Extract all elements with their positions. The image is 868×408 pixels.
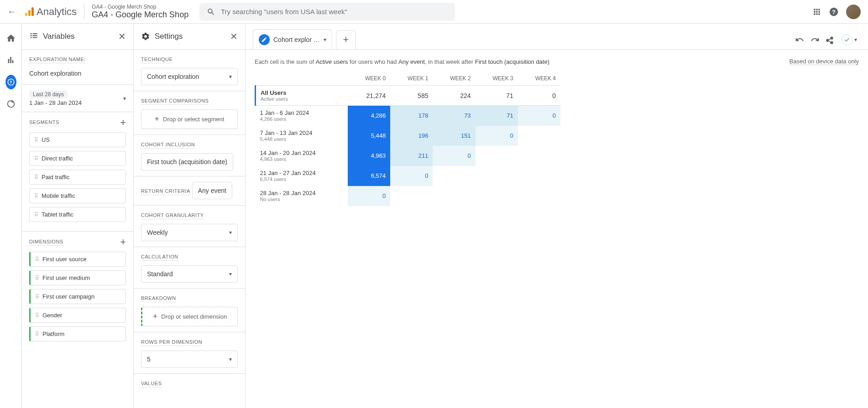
device-data-note[interactable]: Based on device data only xyxy=(790,58,859,65)
add-segment-button[interactable]: + xyxy=(120,118,126,128)
back-arrow-icon[interactable]: ← xyxy=(7,6,16,17)
segment-chip[interactable]: ⠿US xyxy=(29,132,126,147)
granularity-value: Weekly xyxy=(147,229,168,236)
dimension-chip[interactable]: ⠿First user campaign xyxy=(29,289,126,304)
date-range-text: 1 Jan - 28 Jan 2024 xyxy=(29,99,82,106)
product-logo[interactable]: Analytics xyxy=(24,6,77,18)
technique-select[interactable]: Cohort exploration ▾ xyxy=(141,68,238,85)
cohort-cell: 211 xyxy=(390,146,433,166)
nav-advertising-icon[interactable] xyxy=(5,98,16,109)
share-icon[interactable] xyxy=(826,35,835,44)
left-nav-rail xyxy=(0,24,22,408)
tabs-row: Cohort explor … ▾ + ▾ xyxy=(246,24,868,50)
row-title: 21 Jan - 27 Jan 2024 xyxy=(260,170,344,176)
rows-per-value: 5 xyxy=(147,356,151,363)
table-header-week: WEEK 0 xyxy=(348,72,390,86)
svg-rect-0 xyxy=(25,13,27,16)
exploration-name-input[interactable]: Cohort exploration xyxy=(29,68,126,79)
row-title: 7 Jan - 13 Jan 2024 xyxy=(260,129,344,136)
segment-comparisons-label: SEGMENT COMPARISONS xyxy=(141,98,209,105)
segments-label: SEGMENTS xyxy=(29,119,59,126)
close-variables-button[interactable]: ✕ xyxy=(118,31,126,42)
variables-icon xyxy=(29,32,38,41)
gear-icon xyxy=(141,32,150,41)
settings-panel: Settings ✕ TECHNIQUE Cohort exploration … xyxy=(134,24,246,408)
dimension-chip-label: First user medium xyxy=(42,274,90,281)
dimension-chip[interactable]: ⠿Platform xyxy=(29,326,126,341)
exploration-name-label: EXPLORATION NAME: xyxy=(29,57,86,63)
cohort-cell: 178 xyxy=(390,106,433,126)
summary-cell: 21,274 xyxy=(348,86,390,106)
dimension-chip[interactable]: ⠿Gender xyxy=(29,308,126,323)
cohort-cell xyxy=(476,166,518,186)
calculation-value: Standard xyxy=(147,270,173,278)
nav-reports-icon[interactable] xyxy=(5,55,16,66)
summary-cell: 224 xyxy=(433,86,475,106)
segment-chip[interactable]: ⠿Tablet traffic xyxy=(29,207,126,222)
table-summary-row: All UsersActive users21,274585224710 xyxy=(256,86,561,106)
apps-icon[interactable] xyxy=(812,7,821,16)
cohort-cell: 73 xyxy=(433,106,475,126)
chevron-down-icon: ▾ xyxy=(229,73,232,80)
svg-point-6 xyxy=(7,101,14,108)
cohort-cell xyxy=(518,166,560,186)
cohort-cell: 0 xyxy=(518,106,560,126)
dimension-chip[interactable]: ⠿First user source xyxy=(29,252,126,267)
date-range-picker[interactable]: Last 28 days 1 Jan - 28 Jan 2024 ▾ xyxy=(29,90,126,106)
add-dimension-button[interactable]: + xyxy=(120,237,126,247)
pencil-icon xyxy=(259,34,270,45)
drag-handle-icon: ⠿ xyxy=(34,137,38,143)
undo-icon[interactable] xyxy=(795,35,804,44)
breakdown-drop-zone[interactable]: + Drop or select dimension xyxy=(141,307,238,326)
cohort-cell xyxy=(390,186,433,206)
dimension-chip[interactable]: ⠿First user medium xyxy=(29,270,126,285)
cohort-cell: 5,448 xyxy=(348,126,390,146)
calculation-select[interactable]: Standard ▾ xyxy=(141,265,238,283)
segment-chip[interactable]: ⠿Direct traffic xyxy=(29,151,126,166)
tab-label: Cohort explor … xyxy=(273,36,320,43)
help-icon[interactable]: ? xyxy=(829,7,839,17)
summary-cell: 585 xyxy=(390,86,433,106)
cohort-inclusion-label: COHORT INCLUSION xyxy=(141,142,195,149)
granularity-select[interactable]: Weekly ▾ xyxy=(141,224,238,241)
cohort-cell xyxy=(433,186,475,206)
values-label: VALUES xyxy=(141,381,162,387)
add-tab-button[interactable]: + xyxy=(336,30,356,49)
tab-cohort-exploration[interactable]: Cohort explor … ▾ xyxy=(253,29,332,50)
breakdown-drop-text: Drop or select dimension xyxy=(161,313,227,320)
return-criteria-value[interactable]: Any event xyxy=(192,182,232,199)
property-selector[interactable]: GA4 - Google Merch Shop GA4 - Google Mer… xyxy=(84,4,188,20)
cohort-cell: 0 xyxy=(476,126,518,146)
cohort-inclusion-value[interactable]: First touch (acquisition date) xyxy=(141,153,233,170)
canvas-toolbar: ▾ xyxy=(795,34,861,45)
table-row: 7 Jan - 13 Jan 20245,448 users5,44819615… xyxy=(256,126,561,146)
redo-icon[interactable] xyxy=(810,35,820,44)
search-input[interactable] xyxy=(221,8,448,15)
cohort-cell: 6,574 xyxy=(348,166,390,186)
header-actions: ? xyxy=(812,5,861,19)
row-sub: No users xyxy=(260,196,344,202)
nav-explore-icon[interactable] xyxy=(5,77,16,88)
table-header-empty xyxy=(256,72,348,86)
cohort-cell: 196 xyxy=(390,126,433,146)
nav-home-icon[interactable] xyxy=(5,33,16,44)
cohort-caption: Each cell is the sum of Active users for… xyxy=(255,58,549,65)
table-header-week: WEEK 1 xyxy=(390,72,433,86)
cohort-cell: 0 xyxy=(433,146,475,166)
dimension-chip-label: First user campaign xyxy=(42,293,94,300)
chevron-down-icon: ▾ xyxy=(123,95,126,102)
segment-chip[interactable]: ⠿Mobile traffic xyxy=(29,188,126,203)
segment-drop-zone[interactable]: + Drop or select segment xyxy=(141,109,238,129)
segment-drop-text: Drop or select segment xyxy=(163,116,224,123)
user-avatar[interactable] xyxy=(846,5,861,19)
status-ok-icon[interactable] xyxy=(842,34,852,45)
close-settings-button[interactable]: ✕ xyxy=(230,31,238,42)
rows-per-select[interactable]: 5 ▾ xyxy=(141,351,238,368)
segment-chip[interactable]: ⠿Paid traffic xyxy=(29,170,126,185)
cohort-cell: 151 xyxy=(433,126,475,146)
return-criteria-label: RETURN CRITERIA xyxy=(141,188,190,195)
table-header-week: WEEK 4 xyxy=(518,72,560,86)
calculation-label: CALCULATION xyxy=(141,254,178,261)
chevron-down-icon[interactable]: ▾ xyxy=(854,36,857,43)
search-box[interactable] xyxy=(199,3,455,21)
